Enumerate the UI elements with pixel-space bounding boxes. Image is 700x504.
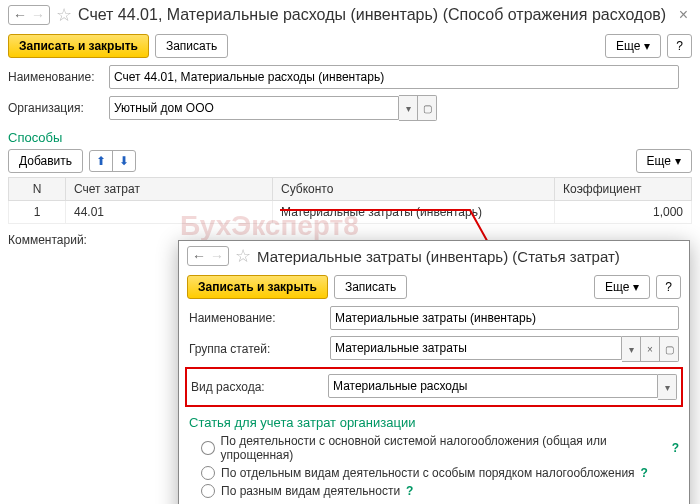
dlg-kind-label: Вид расхода: — [191, 380, 322, 394]
col-coef: Коэффициент — [555, 178, 692, 201]
name-label: Наименование: — [8, 70, 103, 84]
chevron-down-icon: ▾ — [633, 280, 639, 294]
dlg-kind-input[interactable] — [328, 374, 658, 398]
nav-back-icon[interactable]: ← — [11, 7, 29, 23]
help-link-icon[interactable]: ? — [672, 441, 679, 455]
open-icon[interactable]: ▢ — [660, 336, 679, 362]
methods-table: N Счет затрат Субконто Коэффициент 1 44.… — [8, 177, 692, 224]
page-title: Счет 44.01, Материальные расходы (инвент… — [78, 6, 669, 24]
dlg-group-label: Группа статей: — [189, 342, 324, 356]
save-button[interactable]: Записать — [155, 34, 228, 58]
dropdown-icon[interactable]: ▾ — [622, 336, 641, 362]
radio-1-label: По деятельности с основной системой нало… — [221, 434, 666, 462]
close-icon[interactable]: × — [675, 6, 692, 24]
nav-back-icon[interactable]: ← — [190, 248, 208, 264]
col-n: N — [9, 178, 66, 201]
radio-2-label: По отдельным видам деятельности с особым… — [221, 466, 635, 480]
dlg-save-close-button[interactable]: Записать и закрыть — [187, 275, 328, 299]
more-button[interactable]: Еще▾ — [605, 34, 661, 58]
dlg-kind-combo: ▾ — [328, 374, 677, 400]
more-button-2[interactable]: Еще▾ — [636, 149, 692, 173]
open-icon[interactable]: ▢ — [418, 95, 437, 121]
dlg-group-combo: ▾ × ▢ — [330, 336, 679, 362]
dlg-nav-group: ← → — [187, 246, 229, 266]
dialog-title: Материальные затраты (инвентарь) (Статья… — [257, 248, 681, 265]
dlg-group-input[interactable] — [330, 336, 622, 360]
chevron-down-icon: ▾ — [675, 154, 681, 168]
table-row[interactable]: 1 44.01 Материальные затраты (инвентарь)… — [9, 201, 692, 224]
add-button[interactable]: Добавить — [8, 149, 83, 173]
help-link-icon[interactable]: ? — [406, 484, 413, 498]
dlg-name-input[interactable] — [330, 306, 679, 330]
col-subconto: Субконто — [273, 178, 555, 201]
org-input[interactable] — [109, 96, 399, 120]
radio-3[interactable] — [201, 484, 215, 498]
move-up-icon[interactable]: ⬆ — [90, 151, 112, 171]
dlg-save-button[interactable]: Записать — [334, 275, 407, 299]
radio-1[interactable] — [201, 441, 215, 455]
dlg-help-button[interactable]: ? — [656, 275, 681, 299]
dlg-name-label: Наименование: — [189, 311, 324, 325]
move-buttons: ⬆ ⬇ — [89, 150, 136, 172]
org-section-title: Статья для учета затрат организации — [179, 409, 689, 432]
dialog-window: ← → ☆ Материальные затраты (инвентарь) (… — [178, 240, 690, 504]
favorite-star-icon[interactable]: ☆ — [235, 245, 251, 267]
highlighted-field: Вид расхода: ▾ — [185, 367, 683, 407]
methods-section-title: Способы — [0, 124, 700, 147]
col-account: Счет затрат — [66, 178, 273, 201]
name-input[interactable] — [109, 65, 679, 89]
clear-icon[interactable]: × — [641, 336, 660, 362]
nav-fwd-icon[interactable]: → — [29, 7, 47, 23]
radio-2[interactable] — [201, 466, 215, 480]
favorite-star-icon[interactable]: ☆ — [56, 4, 72, 26]
help-link-icon[interactable]: ? — [641, 466, 648, 480]
nav-group: ← → — [8, 5, 50, 25]
dropdown-icon[interactable]: ▾ — [658, 374, 677, 400]
org-combo: ▾ ▢ — [109, 95, 437, 121]
chevron-down-icon: ▾ — [644, 39, 650, 53]
radio-3-label: По разным видам деятельности — [221, 484, 400, 498]
help-button[interactable]: ? — [667, 34, 692, 58]
comment-label: Комментарий: — [8, 233, 103, 247]
dropdown-icon[interactable]: ▾ — [399, 95, 418, 121]
dlg-more-button[interactable]: Еще▾ — [594, 275, 650, 299]
org-label: Организация: — [8, 101, 103, 115]
save-close-button[interactable]: Записать и закрыть — [8, 34, 149, 58]
nav-fwd-icon[interactable]: → — [208, 248, 226, 264]
move-down-icon[interactable]: ⬇ — [112, 151, 135, 171]
